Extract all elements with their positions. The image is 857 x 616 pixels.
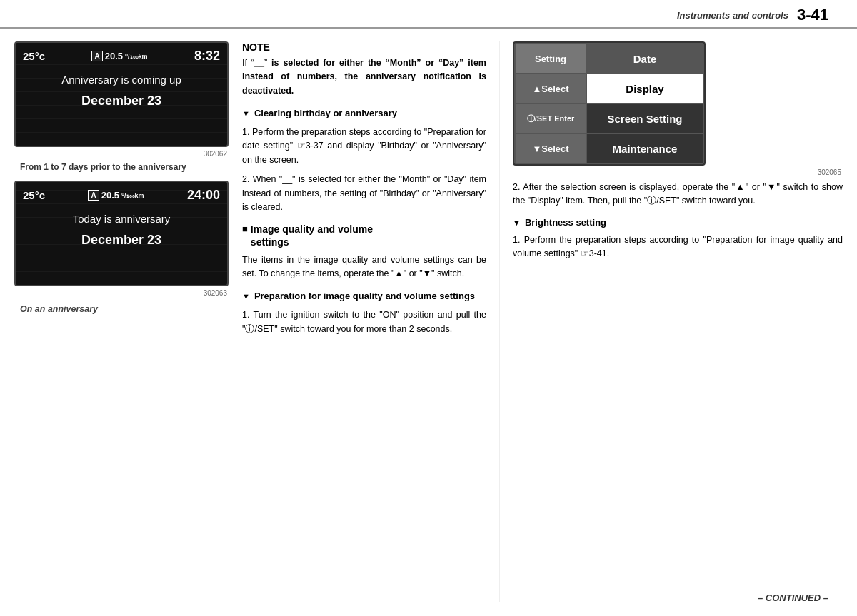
section2-sub1-heading: ▼ Preparation for image quality and volu… [242,291,486,303]
screen2-temp: 25°c [23,189,45,201]
nav-label-enter[interactable]: ⓘ/SET Enter [515,103,586,133]
section1-para2: 2. When "__" is selected for either the … [242,173,486,214]
screen1-compass-speed: A 20.5⁰/₁₀₀km [91,51,147,61]
nav-label-select-down[interactable]: ▼ Select [515,133,586,163]
screen2-time: 24:00 [187,188,220,203]
screen1-speed: 20.5 [105,51,123,61]
screen2-figure: 302063 [14,289,229,297]
section2-intro: The items in the image quality and volum… [242,253,486,281]
info-enter-icon: ⓘ [527,113,535,124]
nav-screen: Setting Date ▲ Select Display ⓘ/SET Ente… [513,41,706,166]
screen2-compass-speed: A 20.5⁰/₁₀₀km [88,190,144,201]
note-text: If “__” is selected for either the “Mont… [242,56,486,98]
screen2-message: Today is anniversary December 23 [23,211,220,250]
screen1-figure: 302062 [14,150,229,158]
screen2-message-line2: December 23 [23,231,220,250]
brightness-heading: ▼ Brightness setting [513,217,843,229]
section2-sub1-para: 1. Turn the ignition switch to the "ON" … [242,308,486,336]
section2-sub1-heading-text: Preparation for image quality and volume… [254,291,475,303]
nav-label-select-up[interactable]: ▲ Select [515,74,586,103]
middle-column: NOTE If “__” is selected for either the … [229,41,500,602]
screen1-topbar: 25°c A 20.5⁰/₁₀₀km 8:32 [23,49,220,64]
main-content: 25°c A 20.5⁰/₁₀₀km 8:32 Anniversary is c… [0,29,857,609]
page-header: Instruments and controls 3-41 [0,0,857,29]
screen2-caption: On an anniversary [14,304,229,314]
nav-item-maintenance[interactable]: Maintenance [586,133,703,163]
chapter-title: Instruments and controls [677,10,788,21]
section2-heading-text: Image quality and volume settings [251,223,373,248]
section2-sub1-triangle-icon: ▼ [242,292,250,301]
select-up-arrow-icon: ▲ [532,84,541,94]
nav-label-setting: Setting [515,44,586,74]
car-screen-2: 25°c A 20.5⁰/₁₀₀km 24:00 Today is annive… [14,181,229,286]
nav-item-date[interactable]: Date [586,44,703,74]
screen1-compass: A [91,51,102,61]
section1-heading-text: Clearing birthday or anniversary [254,108,397,120]
brightness-heading-text: Brightness setting [525,217,606,229]
page-number: 3-41 [797,6,828,24]
screen1-time: 8:32 [194,49,220,64]
screen1-temp: 25°c [23,50,45,62]
continued-label: – CONTINUED – [758,592,828,603]
section1-para1: 1. Perform the preparation steps accordi… [242,126,486,167]
section2-square-icon: ■ [242,223,248,234]
note-title: NOTE [242,41,486,53]
screen2-speed: 20.5 [101,190,119,201]
right-column: Setting Date ▲ Select Display ⓘ/SET Ente… [500,41,843,602]
screen1-caption: From 1 to 7 days prior to the anniversar… [20,162,229,172]
screen1-message-line1: Anniversary is coming up [23,72,220,89]
screen1-message: Anniversary is coming up December 23 [23,72,220,111]
screen1-message-line2: December 23 [23,91,220,111]
right-para1: 2. After the selection screen is display… [513,181,843,208]
section2-heading: ■ Image quality and volume settings [242,223,486,248]
brightness-para: 1. Perform the preparation steps accordi… [513,233,843,261]
car-screen-1: 25°c A 20.5⁰/₁₀₀km 8:32 Anniversary is c… [14,41,229,147]
section1-triangle-icon: ▼ [242,109,250,118]
screen2-topbar: 25°c A 20.5⁰/₁₀₀km 24:00 [23,188,220,203]
screen2-compass: A [88,190,99,201]
nav-item-display[interactable]: Display [586,74,703,103]
brightness-triangle-icon: ▼ [513,218,521,227]
screen2-speed-unit: ⁰/₁₀₀km [121,192,144,199]
screen1-speed-unit: ⁰/₁₀₀km [125,53,148,60]
select-down-arrow-icon: ▼ [532,143,541,154]
note-box: NOTE If “__” is selected for either the … [242,41,486,98]
section1-heading: ▼ Clearing birthday or anniversary [242,108,486,120]
nav-menu: Setting Date ▲ Select Display ⓘ/SET Ente… [514,43,704,164]
screen2-message-line1: Today is anniversary [23,211,220,228]
nav-item-screen-setting[interactable]: Screen Setting [586,103,703,133]
nav-figure: 302065 [513,168,843,176]
left-column: 25°c A 20.5⁰/₁₀₀km 8:32 Anniversary is c… [14,41,229,602]
